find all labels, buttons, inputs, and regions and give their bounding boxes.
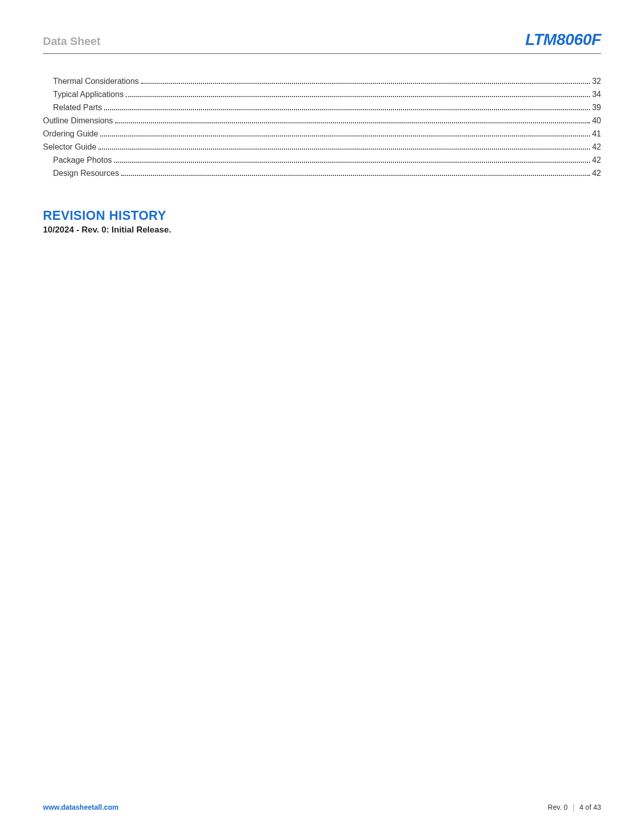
toc-page: 34 <box>592 90 601 99</box>
toc-entry[interactable]: Design Resources 42 <box>43 169 601 178</box>
toc-leader-dots <box>141 83 590 84</box>
toc-page: 39 <box>592 103 601 112</box>
toc-entry[interactable]: Ordering Guide 41 <box>43 129 601 138</box>
footer-page-number: 4 of 43 <box>579 803 601 811</box>
toc-entry[interactable]: Package Photos 42 <box>43 156 601 165</box>
footer-separator: | <box>573 803 575 811</box>
toc-leader-dots <box>126 96 590 97</box>
toc-page: 42 <box>592 169 601 178</box>
footer-url[interactable]: www.datasheetall.com <box>43 803 119 811</box>
revision-history-entry: 10/2024 - Rev. 0: Initial Release. <box>43 225 601 235</box>
toc-label: Thermal Considerations <box>53 77 139 86</box>
revision-history-title: REVISION HISTORY <box>43 208 601 223</box>
toc-label: Package Photos <box>53 156 112 165</box>
toc-label: Ordering Guide <box>43 129 98 138</box>
table-of-contents: Thermal Considerations 32 Typical Applic… <box>43 77 601 178</box>
page-header: Data Sheet LTM8060F <box>43 30 601 54</box>
toc-page: 42 <box>592 143 601 152</box>
toc-entry[interactable]: Related Parts 39 <box>43 103 601 112</box>
toc-page: 32 <box>592 77 601 86</box>
toc-label: Outline Dimensions <box>43 116 113 125</box>
toc-page: 41 <box>592 129 601 138</box>
footer-page-info: Rev. 0 | 4 of 43 <box>548 803 601 811</box>
header-doc-type: Data Sheet <box>43 35 101 48</box>
toc-label: Design Resources <box>53 169 119 178</box>
toc-entry[interactable]: Typical Applications 34 <box>43 90 601 99</box>
toc-leader-dots <box>115 122 590 123</box>
toc-entry[interactable]: Outline Dimensions 40 <box>43 116 601 125</box>
revision-history-section: REVISION HISTORY 10/2024 - Rev. 0: Initi… <box>43 208 601 235</box>
header-part-number: LTM8060F <box>525 30 601 49</box>
toc-leader-dots <box>100 135 590 136</box>
toc-label: Selector Guide <box>43 143 96 152</box>
page-footer: www.datasheetall.com Rev. 0 | 4 of 43 <box>43 803 601 811</box>
toc-leader-dots <box>98 149 590 150</box>
toc-label: Related Parts <box>53 103 102 112</box>
toc-page: 40 <box>592 116 601 125</box>
toc-entry[interactable]: Thermal Considerations 32 <box>43 77 601 86</box>
toc-leader-dots <box>114 162 590 163</box>
toc-page: 42 <box>592 156 601 165</box>
toc-leader-dots <box>104 109 590 110</box>
toc-label: Typical Applications <box>53 90 124 99</box>
toc-entry[interactable]: Selector Guide 42 <box>43 143 601 152</box>
footer-revision: Rev. 0 <box>548 803 567 811</box>
toc-leader-dots <box>121 175 590 176</box>
